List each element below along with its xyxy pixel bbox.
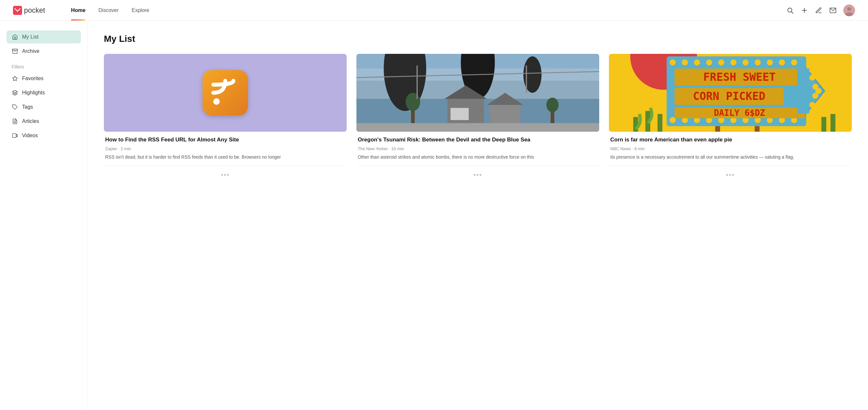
card-rss-title: How to Find the RSS Feed URL for Almost …: [105, 136, 345, 144]
sidebar-item-articles[interactable]: Articles: [6, 115, 81, 128]
sidebar-articles-label: Articles: [22, 118, 39, 124]
tag-icon: [12, 104, 18, 110]
svg-rect-80: [715, 126, 720, 132]
svg-marker-16: [16, 134, 18, 137]
mail-icon[interactable]: [829, 6, 837, 14]
nav-discover[interactable]: Discover: [92, 0, 125, 21]
svg-point-48: [767, 59, 773, 66]
sidebar-item-archive[interactable]: Archive: [6, 45, 81, 58]
star-icon: [12, 75, 18, 82]
card-tsunami-excerpt: Other than asteroid strikes and atomic b…: [358, 154, 598, 161]
svg-point-44: [718, 59, 724, 66]
svg-line-2: [792, 12, 793, 13]
svg-point-74: [809, 102, 815, 108]
card-rss-excerpt: RSS isn't dead, but it is harder to find…: [105, 154, 345, 161]
avatar[interactable]: [843, 4, 855, 16]
card-tsunami-footer: •••: [356, 166, 599, 181]
svg-point-43: [706, 59, 712, 66]
svg-point-49: [779, 59, 785, 66]
svg-rect-78: [822, 117, 827, 132]
svg-point-33: [546, 98, 558, 112]
logo[interactable]: pocket: [13, 6, 45, 15]
card-rss[interactable]: How to Find the RSS Feed URL for Almost …: [104, 54, 347, 181]
card-corn-excerpt: Its presence is a necessary accoutrement…: [610, 154, 850, 161]
card-corn[interactable]: FRESH SWEET CORN PICKED DAILY 6$DZ: [609, 54, 852, 181]
card-tsunami-meta: The New Yorker · 10 min: [358, 146, 598, 151]
svg-point-46: [742, 59, 748, 66]
filters-heading: Filters: [6, 59, 81, 72]
card-rss-footer: •••: [104, 166, 347, 181]
article-icon: [12, 118, 18, 125]
tsunami-svg: [356, 54, 599, 132]
svg-text:CORN PICKED: CORN PICKED: [693, 90, 766, 102]
svg-point-51: [670, 117, 676, 123]
sidebar-tags-label: Tags: [22, 104, 33, 110]
svg-marker-11: [13, 76, 18, 81]
header: pocket Home Discover Explore: [0, 0, 868, 21]
svg-rect-0: [13, 6, 22, 15]
svg-text:DAILY     6$DZ: DAILY 6$DZ: [714, 108, 765, 118]
sidebar-item-highlights[interactable]: Highlights: [6, 86, 81, 99]
svg-rect-15: [13, 134, 16, 138]
svg-text:FRESH  SWEET: FRESH SWEET: [704, 71, 776, 83]
card-tsunami-menu[interactable]: •••: [473, 171, 482, 179]
logo-text: pocket: [24, 6, 45, 14]
svg-point-47: [755, 59, 761, 66]
sidebar-mylist-label: My List: [22, 34, 39, 40]
svg-point-42: [694, 59, 700, 66]
svg-rect-69: [797, 68, 809, 113]
svg-point-73: [812, 93, 818, 99]
sidebar: My List Archive Filters Favorites: [0, 21, 88, 410]
rss-icon: [211, 78, 240, 107]
pocket-logo-icon: [13, 6, 22, 15]
sidebar-item-videos[interactable]: Videos: [6, 129, 81, 142]
header-actions: [786, 4, 855, 16]
svg-rect-81: [755, 126, 760, 132]
rss-icon-bg: [203, 70, 248, 115]
svg-rect-79: [831, 114, 836, 132]
nav-explore[interactable]: Explore: [125, 0, 156, 21]
card-tsunami-title: Oregon's Tsunami Risk: Between the Devil…: [358, 136, 598, 144]
svg-point-41: [682, 59, 688, 66]
svg-point-50: [791, 59, 797, 66]
avatar-icon: [843, 4, 855, 16]
card-corn-title: Corn is far more American than even appl…: [610, 136, 850, 144]
add-icon[interactable]: [801, 6, 808, 14]
svg-rect-29: [356, 123, 599, 132]
svg-point-31: [405, 93, 420, 111]
card-corn-footer: •••: [609, 166, 852, 181]
home-icon: [12, 34, 18, 40]
main-content: My List How to Find the RSS Feed URL for…: [88, 21, 868, 410]
card-rss-menu[interactable]: •••: [221, 171, 229, 179]
sidebar-item-favorites[interactable]: Favorites: [6, 72, 81, 85]
main-nav: Home Discover Explore: [65, 0, 156, 21]
sidebar-item-tags[interactable]: Tags: [6, 101, 81, 113]
card-tsunami-image: [356, 54, 599, 132]
card-corn-content: Corn is far more American than even appl…: [609, 132, 852, 163]
corn-svg: FRESH SWEET CORN PICKED DAILY 6$DZ: [609, 54, 852, 132]
card-corn-menu[interactable]: •••: [726, 171, 735, 179]
svg-point-40: [670, 59, 676, 66]
card-tsunami[interactable]: Oregon's Tsunami Risk: Between the Devil…: [356, 54, 599, 181]
svg-point-45: [731, 59, 737, 66]
edit-icon[interactable]: [815, 6, 823, 14]
card-rss-image: [104, 54, 347, 132]
highlight-icon: [12, 90, 18, 96]
card-rss-content: How to Find the RSS Feed URL for Almost …: [104, 132, 347, 163]
cards-grid: How to Find the RSS Feed URL for Almost …: [104, 54, 852, 181]
card-rss-meta: Zapier · 2 min: [105, 146, 345, 151]
card-corn-image: FRESH SWEET CORN PICKED DAILY 6$DZ: [609, 54, 852, 132]
nav-home[interactable]: Home: [65, 0, 92, 21]
svg-rect-26: [490, 105, 520, 123]
layout: My List Archive Filters Favorites: [0, 21, 868, 410]
svg-rect-77: [658, 114, 662, 132]
search-icon[interactable]: [786, 6, 794, 14]
sidebar-item-mylist[interactable]: My List: [6, 31, 81, 43]
page-title: My List: [104, 34, 852, 44]
card-tsunami-content: Oregon's Tsunami Risk: Between the Devil…: [356, 132, 599, 163]
archive-icon: [12, 48, 18, 55]
video-icon: [12, 132, 18, 139]
svg-rect-28: [451, 108, 469, 120]
sidebar-archive-label: Archive: [22, 48, 39, 54]
sidebar-highlights-label: Highlights: [22, 90, 45, 96]
